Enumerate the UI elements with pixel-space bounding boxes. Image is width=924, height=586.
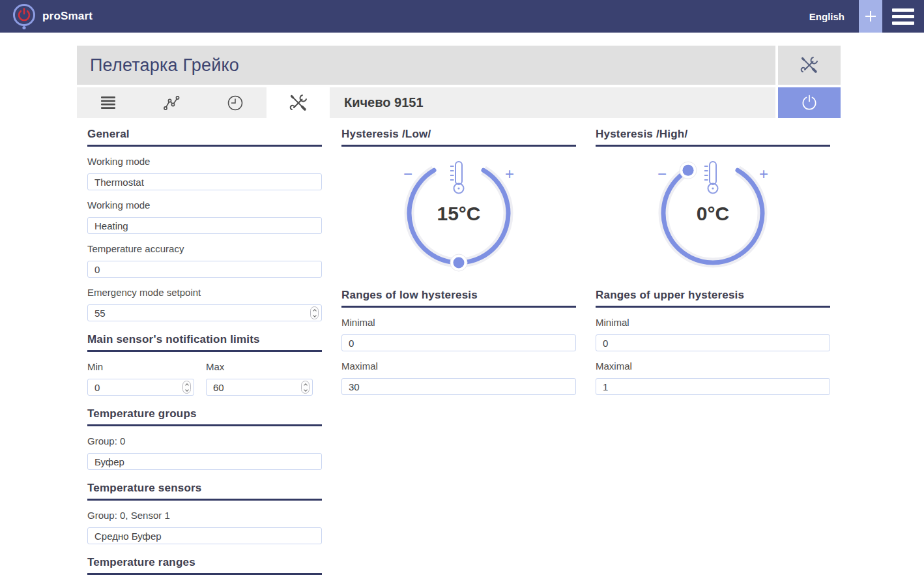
thermometer-icon [704,162,718,194]
tab-row: Кичево 9151 [77,87,841,118]
ranges-low-maximal-input[interactable] [341,378,576,395]
ranges-high-minimal-input[interactable] [596,334,830,351]
group-0-input[interactable] [87,453,322,470]
ranges-low-minimal-label: Minimal [341,317,576,328]
tab-overview[interactable] [77,87,140,118]
dial-knob[interactable] [450,254,467,271]
tools-icon [289,93,308,113]
chart-icon [164,95,180,111]
notification-limits-heading: Main sensor's notification limits [87,333,322,352]
device-header: Пелетарка Грейко [77,46,841,85]
dial-minus-button[interactable]: − [403,165,412,183]
working-mode-label: Working mode [87,156,322,167]
menu-button[interactable] [882,0,924,33]
ranges-high-heading: Ranges of upper hysteresis [596,289,830,308]
hysteresis-low-panel: Hysteresis /Low/ − + [341,128,576,586]
ranges-low-maximal-label: Maximal [341,360,576,372]
tab-graph[interactable] [140,87,203,118]
tab-strip: Кичево 9151 [77,87,775,118]
group-sensor-label: Group: 0, Sensor 1 [87,510,322,521]
dial-plus-button[interactable]: + [759,165,768,183]
temperature-accuracy-label: Temperature accuracy [87,243,322,254]
temperature-accuracy-input[interactable] [87,261,322,278]
list-icon [101,96,116,110]
min-label: Min [87,361,194,372]
temperature-ranges-heading: Temperature ranges [87,556,322,575]
dial-value: 15°C [437,203,480,224]
group-sensor-input[interactable] [87,527,322,544]
dial-plus-button[interactable]: + [505,165,514,183]
device-settings-button[interactable] [778,46,841,85]
working-mode-2-input[interactable] [87,217,322,234]
tab-history[interactable] [203,87,267,118]
temperature-groups-heading: Temperature groups [87,407,322,426]
number-stepper[interactable] [310,306,319,319]
tab-settings[interactable] [267,87,330,118]
ranges-high-minimal-label: Minimal [596,317,830,328]
number-stepper[interactable] [182,381,191,394]
emergency-setpoint-input[interactable] [87,304,322,321]
thermometer-icon [450,162,464,194]
max-input[interactable] [206,379,313,396]
max-label: Max [206,361,313,372]
group-0-label: Group: 0 [87,435,322,447]
dial-value: 0°C [697,203,729,224]
brand-label: proSmart [42,10,93,23]
general-settings-panel: General Working mode Working mode Temper… [87,128,322,586]
clock-icon [227,95,244,111]
device-title: Пелетарка Грейко [90,55,239,76]
emergency-setpoint-label: Emergency mode setpoint [87,287,322,298]
general-heading: General [87,128,322,147]
temperature-sensors-heading: Temperature sensors [87,482,322,501]
hysteresis-low-heading: Hysteresis /Low/ [341,128,576,147]
hysteresis-high-panel: Hysteresis /High/ − + [596,128,830,586]
dial-minus-button[interactable]: − [657,165,667,183]
temperature-dial-low[interactable]: − + 15°C [341,153,576,277]
plus-icon [864,10,877,23]
hysteresis-high-heading: Hysteresis /High/ [596,128,830,147]
number-stepper[interactable] [301,381,310,394]
ranges-low-heading: Ranges of low hysteresis [341,289,576,308]
prosmart-logo[interactable] [10,1,38,31]
device-subtitle: Кичево 9151 [330,87,775,118]
temperature-dial-high[interactable]: − + 0°C [596,153,830,277]
language-selector[interactable]: English [809,11,845,22]
ranges-high-maximal-label: Maximal [596,360,830,372]
working-mode-2-label: Working mode [87,199,322,211]
working-mode-input[interactable] [87,173,322,190]
power-logo-icon [11,2,37,31]
ranges-high-maximal-input[interactable] [596,378,830,395]
dial-knob[interactable] [680,162,697,179]
add-device-button[interactable] [859,0,882,33]
navbar: proSmart English [0,0,924,33]
tools-icon [800,55,819,75]
min-input[interactable] [87,379,194,396]
hamburger-icon [892,8,914,25]
power-button[interactable] [778,87,841,118]
ranges-low-minimal-input[interactable] [341,334,576,351]
power-icon [800,94,818,112]
device-title-bar: Пелетарка Грейко [77,46,775,85]
